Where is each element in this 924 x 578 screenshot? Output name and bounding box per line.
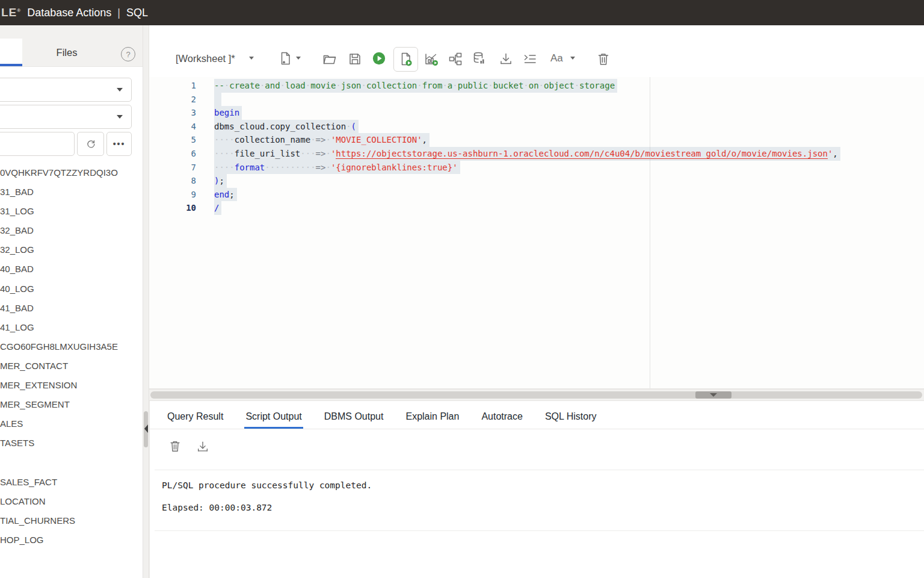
files-list: 0VQHKRFV7QTZZYRDQI3O31_BAD31_LOG32_BAD32… bbox=[0, 163, 143, 550]
file-list-item[interactable]: SALES_FACT bbox=[0, 473, 143, 492]
file-list-item[interactable]: TASETS bbox=[0, 434, 143, 453]
results-tabbar: Query ResultScript OutputDBMS OutputExpl… bbox=[167, 405, 597, 429]
line-number: 6 bbox=[149, 147, 196, 161]
code-line: ····collection_name·=>·'MOVIE_COLLECTION… bbox=[214, 133, 840, 147]
line-number: 9 bbox=[149, 188, 196, 202]
code-content: --·create·and·load·movie·json·collection… bbox=[214, 79, 840, 215]
script-output-line: PL/SQL procedure successfully completed. bbox=[162, 480, 372, 490]
chevron-down-icon bbox=[117, 115, 123, 119]
database-chart-icon[interactable] bbox=[472, 51, 487, 66]
app-header: LE® Database Actions | SQL bbox=[0, 0, 924, 25]
line-number: 1 bbox=[149, 79, 196, 93]
file-list-item[interactable]: CGO60FGH8LMXUGIH3A5E bbox=[0, 337, 143, 356]
line-number: 3 bbox=[149, 106, 196, 120]
code-line: ); bbox=[214, 174, 840, 188]
code-line: end; bbox=[214, 188, 840, 202]
refresh-button[interactable] bbox=[77, 132, 104, 156]
code-line: begin bbox=[214, 106, 840, 120]
chevron-down-icon bbox=[117, 88, 123, 92]
file-list-item[interactable]: LOCATION bbox=[0, 492, 143, 511]
output-divider-top bbox=[155, 470, 924, 470]
file-list-item[interactable]: MER_EXTENSION bbox=[0, 376, 143, 395]
app-title: Database Actions bbox=[27, 7, 111, 19]
open-folder-icon[interactable] bbox=[322, 52, 337, 66]
script-output-elapsed: Elapsed: 00:00:03.872 bbox=[162, 503, 272, 512]
results-tab-explain-plan[interactable]: Explain Plan bbox=[405, 411, 459, 423]
title-separator: | bbox=[117, 7, 120, 19]
refresh-icon bbox=[85, 138, 97, 150]
search-input[interactable] bbox=[0, 132, 75, 156]
results-tab-script-output[interactable]: Script Output bbox=[245, 411, 301, 423]
editor-horizontal-scrollbar[interactable] bbox=[150, 391, 922, 399]
clear-output-icon[interactable] bbox=[168, 440, 182, 453]
clear-worksheet-icon[interactable] bbox=[596, 52, 611, 66]
object-type-select[interactable] bbox=[0, 105, 132, 129]
font-size-dropdown-icon[interactable] bbox=[570, 57, 575, 60]
results-tab-sql-history[interactable]: SQL History bbox=[545, 411, 597, 423]
database-actions-window: LE® Database Actions | SQL Files ? ••• 0… bbox=[0, 0, 924, 578]
file-list-item[interactable]: TIAL_CHURNERS bbox=[0, 511, 143, 530]
autotrace-chart-icon[interactable] bbox=[424, 52, 439, 66]
code-line: dbms_cloud.copy_collection·( bbox=[214, 120, 840, 134]
help-icon[interactable]: ? bbox=[121, 47, 135, 61]
results-tab-autotrace[interactable]: Autotrace bbox=[481, 411, 522, 423]
collapse-sidebar-icon[interactable] bbox=[144, 424, 148, 433]
file-list-item[interactable]: 41_LOG bbox=[0, 318, 143, 337]
run-script-icon bbox=[399, 52, 413, 66]
font-size-icon[interactable]: Aa bbox=[550, 52, 563, 64]
tabbar-divider bbox=[149, 429, 924, 429]
active-tab-underline bbox=[0, 64, 22, 66]
line-number: 10 bbox=[149, 201, 196, 215]
line-number: 5 bbox=[149, 133, 196, 147]
line-number: 4 bbox=[149, 120, 196, 134]
download-icon[interactable] bbox=[499, 52, 513, 66]
more-icon: ••• bbox=[113, 139, 126, 149]
run-script-button[interactable] bbox=[393, 47, 418, 72]
line-number-gutter: 12345678910 bbox=[149, 79, 196, 215]
file-list-item[interactable]: 32_LOG bbox=[0, 240, 143, 259]
sidebar-tab-files[interactable]: Files bbox=[22, 39, 111, 66]
worksheet-title[interactable]: [Worksheet ]* bbox=[176, 53, 235, 64]
results-tab-dbms-output[interactable]: DBMS Output bbox=[324, 411, 384, 423]
splitter-drag-handle[interactable] bbox=[695, 391, 732, 399]
file-list-item[interactable]: 32_BAD bbox=[0, 221, 143, 240]
code-line: ····file_uri_list···=>·'https://objectst… bbox=[214, 147, 840, 161]
new-file-icon[interactable] bbox=[278, 51, 292, 66]
oracle-logo: LE® bbox=[1, 6, 21, 19]
line-number: 8 bbox=[149, 174, 196, 188]
worksheet-dropdown-icon[interactable] bbox=[249, 57, 254, 60]
output-divider-bottom bbox=[155, 530, 924, 531]
file-list-item[interactable]: HOP_LOG bbox=[0, 530, 143, 550]
code-line: / bbox=[214, 201, 840, 215]
chevron-down-icon bbox=[710, 393, 717, 397]
save-icon[interactable] bbox=[348, 52, 362, 66]
file-list-item[interactable]: 40_BAD bbox=[0, 259, 143, 279]
app-context: SQL bbox=[126, 7, 148, 19]
file-list-item[interactable]: MER_CONTACT bbox=[0, 356, 143, 376]
file-list-item[interactable]: ALES bbox=[0, 414, 143, 434]
file-list-item[interactable]: MER_SEGMENT bbox=[0, 395, 143, 414]
code-line: --·create·and·load·movie·json·collection… bbox=[214, 79, 840, 93]
line-number: 2 bbox=[149, 93, 196, 107]
file-list-item[interactable]: 41_BAD bbox=[0, 299, 143, 318]
schema-select[interactable] bbox=[0, 78, 132, 102]
code-line bbox=[214, 93, 840, 107]
explain-plan-icon[interactable] bbox=[448, 52, 463, 66]
file-list-item[interactable]: 31_BAD bbox=[0, 182, 143, 202]
new-file-dropdown-icon[interactable] bbox=[296, 57, 301, 60]
run-statement-icon[interactable] bbox=[372, 51, 386, 66]
file-list-item[interactable]: 40_LOG bbox=[0, 279, 143, 299]
more-actions-button[interactable]: ••• bbox=[106, 132, 132, 156]
code-line: ····format··········=>·'{ignoreblankline… bbox=[214, 161, 840, 175]
file-list-item[interactable]: 31_LOG bbox=[0, 202, 143, 221]
sidebar-splitter[interactable] bbox=[143, 25, 149, 578]
download-output-icon[interactable] bbox=[196, 440, 209, 453]
line-number: 7 bbox=[149, 161, 196, 175]
results-tab-query-result[interactable]: Query Result bbox=[167, 411, 223, 423]
sidebar-tab-navigator[interactable] bbox=[0, 39, 22, 66]
file-list-item bbox=[0, 453, 143, 472]
file-list-item[interactable]: 0VQHKRFV7QTZZYRDQI3O bbox=[0, 163, 143, 182]
format-icon[interactable] bbox=[523, 52, 537, 66]
